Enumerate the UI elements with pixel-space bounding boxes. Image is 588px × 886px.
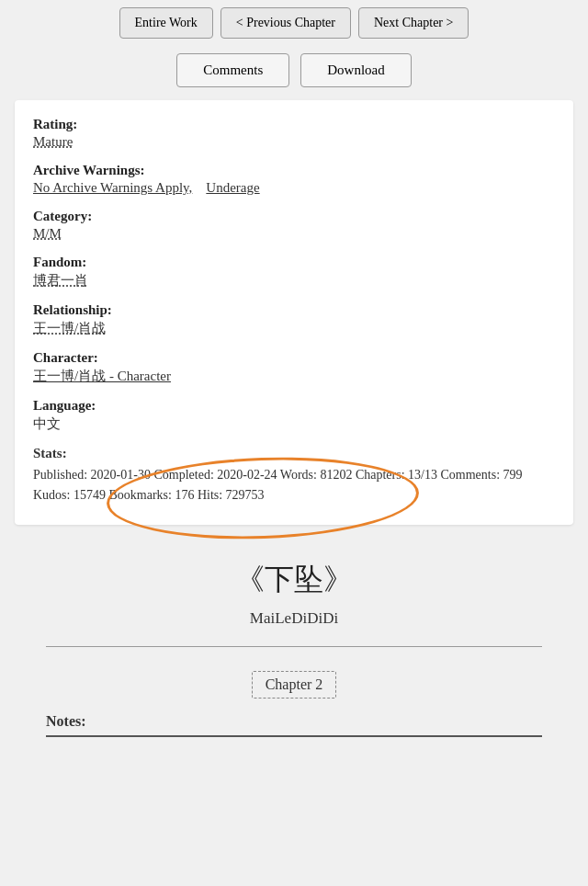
fandom-value[interactable]: 博君一肖 — [33, 272, 88, 290]
work-title: 《下坠》 — [0, 541, 588, 606]
relationship-value[interactable]: 王一博/肖战 — [33, 320, 106, 337]
comments-button[interactable]: Comments — [176, 53, 289, 87]
character-label: Character: — [33, 350, 555, 366]
character-row: Character: 王一博/肖战 - Character — [33, 350, 555, 385]
archive-warnings-label: Archive Warnings: — [33, 163, 555, 178]
work-author: MaiLeDiDiDi — [0, 606, 588, 641]
category-row: Category: M/M — [33, 209, 555, 242]
archive-warnings-row: Archive Warnings: No Archive Warnings Ap… — [33, 163, 555, 196]
download-button[interactable]: Download — [300, 53, 412, 87]
notes-label: Notes: — [46, 713, 542, 737]
language-value: 中文 — [33, 415, 555, 433]
archive-warnings-values: No Archive Warnings Apply, Underage — [33, 180, 555, 196]
action-row: Comments Download — [0, 48, 588, 100]
language-row: Language: 中文 — [33, 398, 555, 433]
stats-label: Stats: — [33, 446, 555, 461]
fandom-row: Fandom: 博君一肖 — [33, 255, 555, 290]
aw-item-2[interactable]: Underage — [206, 180, 259, 195]
rating-value[interactable]: Mature — [33, 134, 73, 150]
stats-content: Published: 2020-01-30 Completed: 2020-02… — [33, 465, 555, 506]
relationship-row: Relationship: 王一博/肖战 — [33, 302, 555, 337]
entire-work-button[interactable]: Entire Work — [119, 7, 213, 39]
info-card: Rating: Mature Archive Warnings: No Arch… — [15, 100, 573, 525]
rating-row: Rating: Mature — [33, 117, 555, 150]
rating-label: Rating: — [33, 117, 555, 132]
character-value[interactable]: 王一博/肖战 - Character — [33, 368, 171, 385]
stats-section: Stats: Published: 2020-01-30 Completed: … — [33, 446, 555, 506]
chapter-section: Chapter 2 — [0, 662, 588, 704]
next-chapter-button[interactable]: Next Chapter > — [358, 7, 469, 39]
top-navigation: Entire Work < Previous Chapter Next Chap… — [0, 0, 588, 48]
aw-item-1[interactable]: No Archive Warnings Apply, — [33, 180, 192, 195]
category-value[interactable]: M/M — [33, 226, 62, 242]
fandom-label: Fandom: — [33, 255, 555, 270]
prev-chapter-button[interactable]: < Previous Chapter — [220, 7, 351, 39]
title-divider — [46, 646, 542, 647]
stats-text: Published: 2020-01-30 Completed: 2020-02… — [33, 468, 523, 502]
chapter-link[interactable]: Chapter 2 — [252, 671, 337, 699]
notes-section: Notes: — [0, 704, 588, 746]
relationship-label: Relationship: — [33, 302, 555, 318]
category-label: Category: — [33, 209, 555, 224]
language-label: Language: — [33, 398, 555, 414]
